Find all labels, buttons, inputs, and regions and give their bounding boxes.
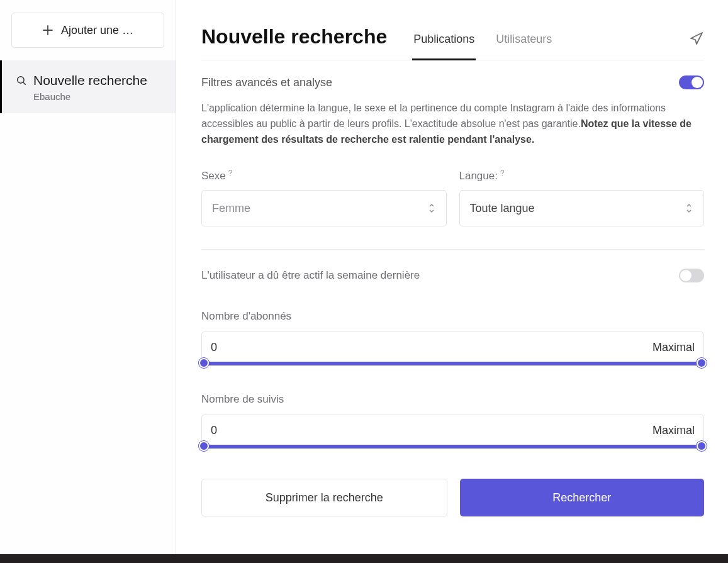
add-search-button[interactable]: Ajouter une … [11,13,164,48]
followers-handle-max[interactable] [697,358,707,368]
main-panel: Nouvelle recherche Publications Utilisat… [176,0,728,563]
caret-icon [427,202,436,215]
tab-publications[interactable]: Publications [412,33,476,60]
followers-handle-min[interactable] [199,358,209,368]
sidebar: Ajouter une … Nouvelle recherche Ebauche [0,0,176,563]
caret-icon [685,202,693,215]
tab-users[interactable]: Utilisateurs [495,33,553,60]
svg-point-0 [18,77,25,84]
activity-label: L'utilisateur a dû être actif la semaine… [201,269,420,282]
plus-icon [42,25,53,36]
sidebar-item-title: Nouvelle recherche [33,73,147,88]
following-range-values: 0 Maximal [201,415,704,446]
following-max: Maximal [652,424,695,437]
search-icon [16,75,27,86]
search-button[interactable]: Rechercher [460,479,705,516]
header: Nouvelle recherche Publications Utilisat… [201,25,704,60]
filters-title: Filtres avancés et analyse [201,76,332,89]
following-slider[interactable] [201,445,704,449]
following-label: Nombre de suivis [201,393,704,406]
followers-min: 0 [211,341,217,354]
sidebar-search-item[interactable]: Nouvelle recherche Ebauche [0,60,176,113]
send-icon [689,31,704,46]
activity-toggle[interactable] [679,269,704,282]
following-handle-min[interactable] [199,441,209,451]
followers-range-values: 0 Maximal [201,332,704,363]
following-min: 0 [211,424,217,437]
filters-toggle[interactable] [679,75,704,89]
help-icon[interactable]: ? [500,169,505,177]
following-handle-max[interactable] [697,441,707,451]
delete-search-button[interactable]: Supprimer la recherche [201,479,447,516]
add-search-label: Ajouter une … [61,24,133,37]
send-button[interactable] [689,31,704,60]
filters-description: L'application détermine la langue, le se… [201,101,704,147]
tabs: Publications Utilisateurs [412,33,670,60]
taskbar [0,554,728,563]
sex-value: Femme [212,202,250,215]
language-value: Toute langue [470,202,535,215]
followers-slider[interactable] [201,362,704,365]
sidebar-item-subtitle: Ebauche [33,91,162,102]
followers-label: Nombre d'abonnés [201,310,704,323]
sex-label: Sexe [201,170,226,182]
language-label: Langue: [459,170,498,182]
help-icon[interactable]: ? [228,169,233,177]
language-select[interactable]: Toute langue [459,190,705,226]
page-title: Nouvelle recherche [201,25,387,60]
followers-max: Maximal [652,341,695,354]
sex-select[interactable]: Femme [201,190,447,226]
